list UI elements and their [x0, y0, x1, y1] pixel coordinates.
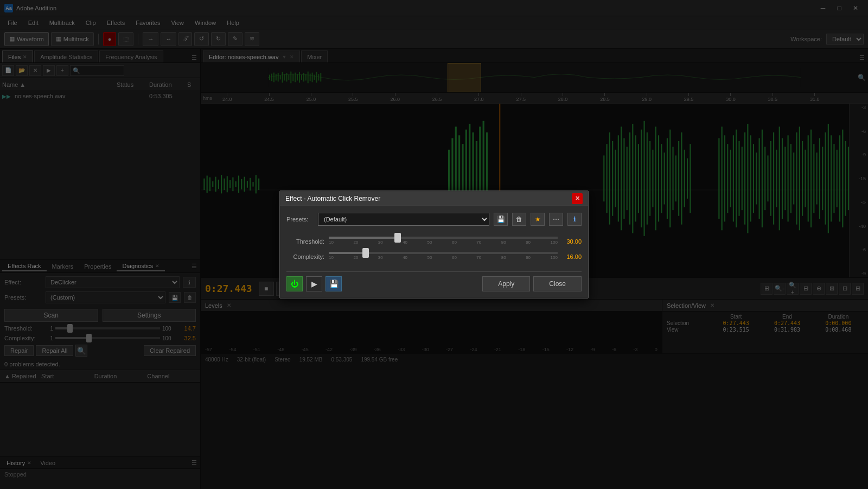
modal-threshold-slider-wrap: 10 20 30 40 50 60 70 80 90 100: [329, 237, 558, 246]
modal-info-btn[interactable]: ℹ: [567, 213, 582, 226]
modal-presets-select[interactable]: (Default): [318, 213, 489, 226]
modal-complexity-value: 16.00: [562, 253, 582, 260]
modal-preset-dots-btn[interactable]: ⋯: [549, 213, 563, 226]
modal-complexity-label: Complexity:: [286, 253, 324, 260]
modal-threshold-marks: 10 20 30 40 50 60 70 80 90 100: [329, 240, 558, 245]
modal-complexity-row: Complexity: 10 20 30 40 50 60: [286, 252, 582, 262]
modal-threshold-label: Threshold:: [286, 238, 324, 245]
modal-threshold-track[interactable]: [329, 237, 558, 239]
modal-close-btn[interactable]: ✕: [572, 193, 583, 204]
modal-play-btn[interactable]: ▶: [306, 276, 322, 291]
modal-presets-row: Presets: (Default) 💾 🗑 ★ ⋯ ℹ: [286, 213, 582, 226]
modal-dialog: Effect - Automatic Click Remover ✕ Prese…: [279, 190, 589, 299]
modal-body: Presets: (Default) 💾 🗑 ★ ⋯ ℹ Threshold:: [280, 206, 588, 298]
apply-button[interactable]: Apply: [482, 276, 530, 291]
modal-threshold-row: Threshold: 10 20 30 40 50 60: [286, 237, 582, 246]
modal-threshold-thumb[interactable]: [394, 233, 401, 243]
close-button[interactable]: Close: [533, 276, 582, 291]
modal-complexity-slider-wrap: 10 20 30 40 50 60 70 80 90 100: [329, 252, 558, 262]
modal-power-btn[interactable]: ⏻: [286, 276, 303, 291]
modal-sliders: Threshold: 10 20 30 40 50 60: [286, 232, 582, 271]
modal-preset-del-btn[interactable]: 🗑: [512, 213, 526, 226]
modal-preset-save-btn[interactable]: 💾: [494, 213, 508, 226]
modal-threshold-fill: [329, 237, 398, 239]
modal-complexity-thumb[interactable]: [362, 248, 369, 258]
modal-save-btn[interactable]: 💾: [326, 276, 342, 291]
modal-titlebar: Effect - Automatic Click Remover ✕: [280, 191, 588, 206]
modal-preset-star-btn[interactable]: ★: [531, 213, 545, 226]
modal-presets-label: Presets:: [286, 216, 314, 223]
modal-overlay: Effect - Automatic Click Remover ✕ Prese…: [0, 0, 868, 489]
modal-threshold-value: 30.00: [562, 238, 582, 245]
modal-complexity-track[interactable]: [329, 252, 558, 254]
modal-bottom: ⏻ ▶ 💾 Apply Close: [286, 271, 582, 291]
modal-title: Effect - Automatic Click Remover: [285, 195, 572, 202]
modal-complexity-fill: [329, 252, 366, 254]
